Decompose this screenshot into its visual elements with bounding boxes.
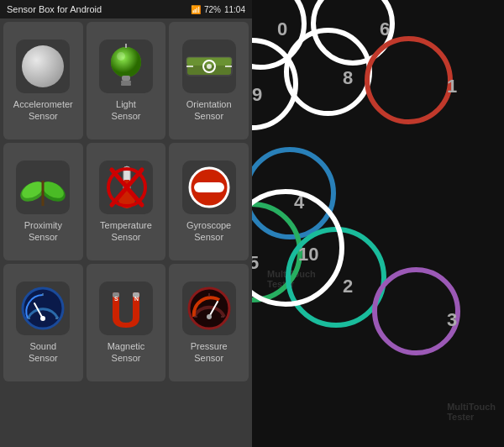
orientation-icon-bg — [182, 39, 236, 93]
light-icon — [105, 44, 147, 89]
light-icon-bg — [99, 39, 153, 93]
svg-point-43 — [207, 314, 212, 319]
orientation-icon — [185, 55, 234, 77]
touch-label-8: 8 — [343, 67, 353, 89]
app-title: Sensor Box for Android — [7, 4, 102, 14]
watermark-right: MultiTouchTester — [447, 402, 496, 422]
touch-label-1: 1 — [447, 76, 457, 97]
pressure-icon-bg — [182, 281, 236, 335]
sensor-proximity[interactable]: ProximitySensor — [3, 143, 83, 260]
svg-point-1 — [111, 47, 141, 77]
light-label: LightSensor — [112, 98, 141, 123]
temperature-icon — [105, 163, 147, 212]
sensor-accelerometer[interactable]: AccelerometerSensor — [3, 22, 83, 139]
touch-label-2: 2 — [343, 276, 353, 297]
proximity-label: ProximitySensor — [24, 219, 62, 244]
right-panel: MultiTouchTester MultiTouchTester 069814… — [252, 0, 504, 447]
magnetic-label: MagneticSensor — [108, 340, 145, 365]
sensor-light[interactable]: LightSensor — [87, 22, 166, 139]
gyroscope-icon — [187, 166, 231, 209]
svg-rect-26 — [194, 182, 224, 192]
status-bar: Sensor Box for Android 📶 72% 11:04 — [0, 0, 252, 18]
gyroscope-label: GyroscopeSensor — [186, 219, 231, 244]
orientation-label: OrientationSensor — [186, 98, 232, 123]
temperature-icon-bg — [99, 160, 153, 214]
sound-icon — [21, 287, 65, 330]
proximity-icon-bg — [16, 160, 70, 214]
pressure-label: PressureSensor — [191, 340, 228, 365]
touch-circle-1 — [365, 36, 453, 124]
touch-circle-8 — [284, 28, 372, 116]
sensors-grid: AccelerometerSensor — [0, 18, 252, 385]
touch-label-6: 6 — [380, 18, 390, 40]
sound-icon-bg — [16, 281, 70, 335]
touch-label-0: 0 — [277, 18, 287, 40]
svg-text:N: N — [134, 296, 139, 302]
sensor-gyroscope[interactable]: GyroscopeSensor — [169, 143, 249, 260]
magnetic-icon-bg: S N — [99, 281, 153, 335]
sensor-sound[interactable]: SoundSensor — [3, 264, 83, 381]
battery-icon: 72% — [204, 5, 221, 14]
left-panel: AccelerometerSensor — [0, 0, 252, 447]
temperature-label: TemperatureSensor — [100, 219, 152, 244]
accelerometer-label: AccelerometerSensor — [13, 98, 73, 123]
touch-label-10: 10 — [298, 244, 318, 266]
pressure-icon — [187, 287, 231, 330]
svg-rect-3 — [121, 81, 131, 83]
svg-point-10 — [207, 64, 212, 69]
wifi-icon: 📶 — [191, 5, 201, 14]
sensor-magnetic[interactable]: S N MagneticSensor — [87, 264, 166, 381]
accelerometer-icon — [22, 45, 64, 87]
svg-text:S: S — [114, 296, 118, 302]
touch-label-9: 9 — [252, 84, 262, 106]
svg-rect-4 — [121, 83, 131, 86]
gyroscope-icon-bg — [182, 160, 236, 214]
svg-point-30 — [40, 316, 45, 321]
svg-point-5 — [117, 52, 125, 60]
touch-label-3: 3 — [447, 309, 457, 331]
time: 11:04 — [224, 5, 245, 14]
sound-label: SoundSensor — [29, 340, 58, 365]
sensor-orientation[interactable]: OrientationSensor — [169, 22, 249, 139]
accelerometer-icon-bg — [16, 39, 70, 93]
status-icons: 📶 72% 11:04 — [191, 5, 245, 14]
sensor-temperature[interactable]: TemperatureSensor — [87, 143, 166, 260]
sensor-pressure[interactable]: PressureSensor — [169, 264, 249, 381]
proximity-icon — [18, 168, 68, 207]
svg-rect-2 — [122, 76, 130, 81]
magnetic-icon: S N — [104, 287, 148, 329]
